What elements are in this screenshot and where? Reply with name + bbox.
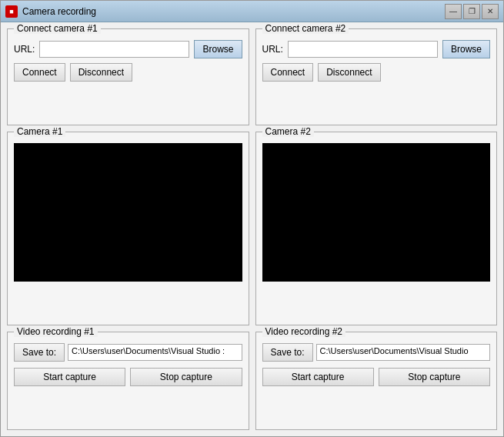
save2-path: C:\Users\user\Documents\Visual Studio xyxy=(316,344,490,361)
connect-camera1-group: Connect camera #1 URL: Browse Connect Di… xyxy=(7,28,249,125)
url1-input[interactable] xyxy=(39,41,189,58)
capture1-buttons: Start capture Stop capture xyxy=(14,368,242,386)
recording1-title: Video recording #1 xyxy=(14,326,98,337)
connect2-section: URL: Browse Connect Disconnect xyxy=(262,35,491,82)
camera2-group: Camera #2 xyxy=(255,132,498,325)
url1-label: URL: xyxy=(14,44,35,55)
browse2-button[interactable]: Browse xyxy=(442,40,490,58)
app-icon: ■ xyxy=(5,5,18,18)
save2-row: Save to: C:\Users\user\Documents\Visual … xyxy=(262,343,491,362)
close-button[interactable]: ✕ xyxy=(482,4,499,19)
start-capture2-button[interactable]: Start capture xyxy=(262,368,374,386)
disconnect1-button[interactable]: Disconnect xyxy=(70,63,132,82)
window-controls: — ❐ ✕ xyxy=(445,4,499,19)
stop-capture2-button[interactable]: Stop capture xyxy=(379,368,490,386)
main-window: ■ Camera recording — ❐ ✕ Connect camera … xyxy=(0,0,504,437)
title-bar: ■ Camera recording — ❐ ✕ xyxy=(1,1,503,22)
saveto2-button[interactable]: Save to: xyxy=(262,343,313,362)
camera2-feed xyxy=(262,143,491,282)
restore-button[interactable]: ❐ xyxy=(463,4,480,19)
camera2-section xyxy=(262,138,491,282)
connect-camera2-title: Connect camera #2 xyxy=(262,23,349,34)
camera1-group: Camera #1 xyxy=(7,132,249,325)
save1-row: Save to: C:\Users\user\Documents\Visual … xyxy=(14,343,242,362)
start-capture1-button[interactable]: Start capture xyxy=(14,368,125,386)
connect1-buttons: Connect Disconnect xyxy=(14,63,242,82)
saveto1-button[interactable]: Save to: xyxy=(14,343,65,362)
connect2-buttons: Connect Disconnect xyxy=(262,63,491,82)
recording2-section: Save to: C:\Users\user\Documents\Visual … xyxy=(262,339,491,386)
connect1-section: URL: Browse Connect Disconnect xyxy=(14,35,242,82)
camera1-section xyxy=(14,138,242,282)
main-content: Connect camera #1 URL: Browse Connect Di… xyxy=(1,22,503,436)
url2-input[interactable] xyxy=(288,41,438,58)
recording1-group: Video recording #1 Save to: C:\Users\use… xyxy=(7,332,249,430)
recording2-group: Video recording #2 Save to: C:\Users\use… xyxy=(255,332,498,430)
disconnect2-button[interactable]: Disconnect xyxy=(318,63,380,82)
url2-row: URL: Browse xyxy=(262,40,491,58)
browse1-button[interactable]: Browse xyxy=(194,40,242,58)
recording1-section: Save to: C:\Users\user\Documents\Visual … xyxy=(14,339,242,386)
camera2-title: Camera #2 xyxy=(262,126,314,137)
connect2-button[interactable]: Connect xyxy=(262,63,314,82)
recording2-title: Video recording #2 xyxy=(262,326,346,337)
minimize-button[interactable]: — xyxy=(445,4,462,19)
connect-camera1-title: Connect camera #1 xyxy=(14,23,101,34)
connect-camera2-group: Connect camera #2 URL: Browse Connect Di… xyxy=(255,28,498,125)
url2-label: URL: xyxy=(262,44,283,55)
capture2-buttons: Start capture Stop capture xyxy=(262,368,491,386)
save1-path: C:\Users\user\Documents\Visual Studio : xyxy=(68,344,242,361)
window-title: Camera recording xyxy=(22,6,445,17)
connect1-button[interactable]: Connect xyxy=(14,63,65,82)
url1-row: URL: Browse xyxy=(14,40,242,58)
camera1-feed xyxy=(14,143,242,282)
camera1-title: Camera #1 xyxy=(14,126,65,137)
stop-capture1-button[interactable]: Stop capture xyxy=(130,368,242,386)
